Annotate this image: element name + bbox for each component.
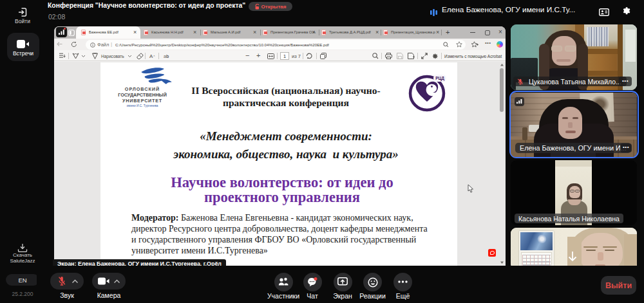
- svg-text:РЦД: РЦД: [435, 76, 444, 81]
